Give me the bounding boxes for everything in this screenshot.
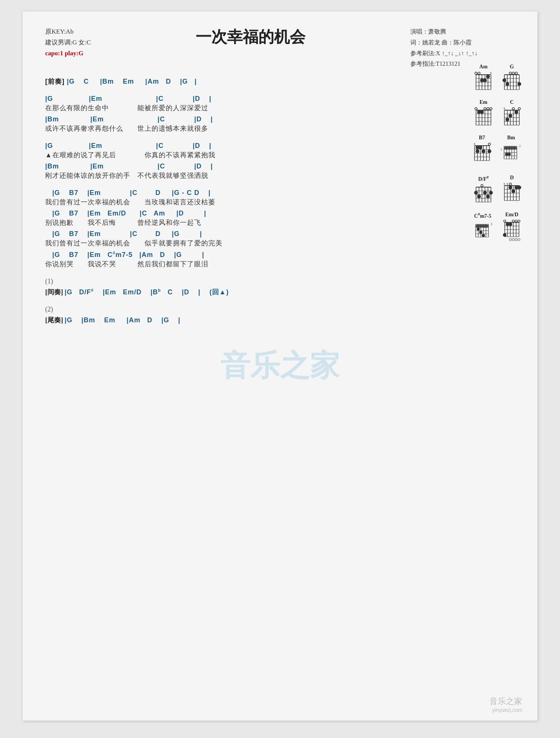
svg-point-84 [482,149,485,153]
original-key: 原KEY:Ab [45,27,91,37]
outro-section: (2) [尾奏] |G |Bm Em |Am D |G | [45,306,426,325]
bm-grid: x 2 [500,142,522,168]
svg-point-165 [518,220,520,222]
song-sheet: 音乐之家 原KEY:Ab 建议男调:G 女:C capo:1 play:G 一次… [22,11,538,721]
svg-text:x: x [504,106,505,110]
svg-point-152 [482,234,485,237]
chord-c: C x [501,99,522,128]
c-grid: x [501,106,522,128]
prelude-chord-line: [前奏] |G C |Bm Em |Am D |G | [45,77,426,86]
prelude-chords: |G C |Bm Em |Am D |G | [67,78,197,85]
svg-point-82 [479,146,482,149]
svg-point-46 [490,108,492,110]
csm75-grid: 3 [472,220,494,246]
svg-point-83 [476,149,479,153]
svg-point-166 [515,220,517,222]
diagram-row-5: C#m7-5 3 [418,212,522,246]
am-grid: x [473,71,494,93]
chorus-lyric-4: 你说别哭 我说不哭 然后我们都留下了眼泪 [45,260,426,269]
diagram-row-4: D/F# [418,175,522,205]
g-grid [501,71,522,93]
interlude-paren: (1) [45,277,426,285]
svg-point-132 [509,183,511,185]
svg-point-64 [512,108,514,110]
chorus-lyric-2: 别说抱歉 我不后悔 曾经逆风和你一起飞 [45,218,426,227]
chorus-chord-1: |G B7 |Em |C D |G - C D | [45,189,426,197]
emd-grid [501,219,522,243]
outro-chords: |G |Bm Em |Am D |G | [65,316,180,324]
chord-bm: Bm x 2 [500,135,522,168]
verse2-chord-line-2: |Bm |Em |C |D | [45,162,426,170]
chorus-lyric-1: 我们曾有过一次幸福的机会 当玫瑰和诺言还没枯萎 [45,198,426,207]
svg-point-117 [477,195,481,198]
interlude-section: (1) [间奏] |G D/F# |Em Em/D |Bb C |D | (回▲… [45,277,426,297]
verse2-lyric-1: ▲在艰难的说了再见后 你真的不该再紧紧抱我 [45,151,426,159]
footer: 音乐之家 yinyuezj.com [489,696,522,713]
header: 原KEY:Ab 建议男调:G 女:C capo:1 play:G 一次幸福的机会… [45,27,515,69]
chord-g: G [501,64,522,93]
svg-point-169 [508,222,512,226]
verse1-section: |G |Em |C |D | 在那么有限的生命中 能被所爱的人深深爱过 |Bm … [45,95,426,133]
svg-point-85 [488,149,491,153]
d-grid: x x [501,182,522,204]
svg-point-164 [504,220,506,222]
diagram-row-3: B7 x [418,135,522,168]
svg-point-151 [479,231,483,234]
verse1-lyric-2: 或许不该再奢求再怨什么 世上的遗憾本来就很多 [45,124,426,133]
verse2-chord-line-1: |G |Em |C |D | [45,142,426,150]
performer: 演唱：萧敬腾 [410,27,515,37]
chorus-chord-4: |G B7 |Em C#m7-5 |Am D |G | [45,251,426,259]
chord-d: D x x [501,175,522,205]
chord-em: Em [473,99,494,128]
svg-point-81 [488,143,491,145]
svg-point-167 [512,220,514,222]
svg-point-136 [514,186,518,189]
verse1-chord-line-1: |G |Em |C |D | [45,95,426,103]
chord-am: Am [473,64,494,93]
interlude-chords: |G D/F# |Em Em/D |Bb C |D | (回▲) [65,288,229,296]
outro-line: [尾奏] |G |Bm Em |Am D |G | [45,316,426,325]
svg-point-11 [475,72,477,74]
chord-diagrams-area: Am [418,64,522,253]
main-content: [前奏] |G C |Bm Em |Am D |G | |G |Em |C |D… [45,77,426,325]
svg-point-171 [509,238,511,241]
svg-point-32 [505,82,509,86]
capo: capo:1 play:G [45,48,91,59]
lyricist: 词：姚若龙 曲：陈小霞 [410,37,515,48]
svg-point-28 [515,72,517,74]
svg-point-47 [487,108,489,110]
header-left: 原KEY:Ab 建议男调:G 女:C capo:1 play:G [45,27,91,59]
df-grid [473,183,494,205]
chorus-section: |G B7 |Em |C D |G - C D | 我们曾有过一次幸福的机会 当… [45,189,426,269]
interlude-label: [间奏] [45,288,63,296]
svg-point-45 [475,108,477,110]
svg-text:x: x [490,71,492,75]
svg-point-170 [503,233,507,237]
outro-label: [尾奏] [45,316,63,324]
svg-point-66 [508,114,512,118]
song-title: 一次幸福的机会 [91,27,410,47]
svg-point-173 [515,238,517,241]
svg-point-101 [508,153,511,156]
svg-text:2: 2 [519,145,520,148]
footer-logo: 音乐之家 [489,696,522,707]
verse2-lyric-2: 刚才还能体谅的放开你的手 不代表我就够坚强洒脱 [45,171,426,180]
chord-b7: B7 x [472,135,492,168]
svg-point-65 [514,110,518,114]
svg-point-31 [503,78,506,82]
strum-pattern: 参考刷法:X ↑_↑↓ _↓↑ ↑_↑↓ [410,48,515,59]
svg-point-172 [512,238,514,241]
svg-point-118 [486,195,490,198]
svg-point-174 [518,238,520,241]
svg-rect-149 [476,225,488,228]
svg-point-29 [512,72,514,74]
chord-df: D/F# [473,175,494,205]
svg-point-113 [481,184,483,187]
svg-text:x: x [507,182,508,186]
diagram-row-2: Em [418,99,522,128]
svg-point-48 [484,108,486,110]
em-grid [473,106,494,128]
svg-point-67 [505,118,509,121]
svg-point-50 [477,110,481,114]
verse1-lyric-1: 在那么有限的生命中 能被所爱的人深深爱过 [45,103,426,112]
